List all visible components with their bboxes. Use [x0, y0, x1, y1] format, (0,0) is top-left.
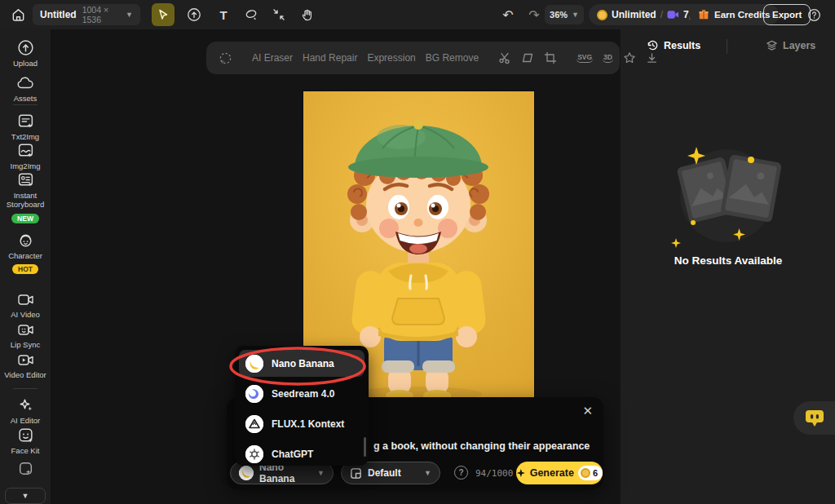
dropdown-item-seedream[interactable]: Seedream 4.0	[239, 380, 364, 407]
perspective-icon	[521, 51, 534, 64]
sidebar-divider	[13, 104, 38, 105]
feedback-chat-widget[interactable]	[793, 401, 835, 435]
tab-results-label: Results	[664, 40, 700, 51]
chat-bubble-icon	[804, 408, 825, 428]
aspect-ratio-icon	[350, 467, 362, 480]
sparkle-icon	[687, 147, 705, 165]
ai-eraser-button[interactable]: AI Eraser	[252, 52, 293, 64]
sparkle-icon	[733, 228, 745, 241]
tab-layers-label: Layers	[783, 40, 815, 51]
frame-plus-icon	[0, 460, 51, 477]
sidebar-item-img2img[interactable]: Img2Img	[0, 142, 51, 170]
favorite-button[interactable]	[623, 51, 636, 64]
sidebar-item-txt2img[interactable]: Txt2Img	[0, 113, 51, 141]
zoom-level-selector[interactable]: 36% ▼	[545, 5, 584, 24]
undo-button[interactable]: ↶	[499, 6, 517, 24]
sidebar-label: Video Editor	[0, 370, 51, 379]
cloud-icon	[0, 75, 51, 91]
select-tool-button[interactable]	[152, 3, 175, 26]
hand-tool-button[interactable]	[295, 3, 318, 26]
chevron-down-icon: ▼	[317, 469, 325, 477]
sparkle-icon	[671, 238, 681, 248]
redo-button[interactable]: ↷	[525, 6, 543, 24]
hand-repair-button[interactable]: Hand Repair	[303, 52, 357, 64]
photo-card	[720, 154, 782, 223]
prompt-help-button[interactable]: ?	[454, 466, 468, 480]
perspective-button[interactable]	[521, 51, 534, 64]
empty-state-message: No Results Available	[621, 254, 835, 267]
dropdown-scrollbar[interactable]	[364, 437, 366, 457]
video-credits-icon	[667, 10, 679, 20]
home-button[interactable]	[9, 6, 27, 24]
ai-video-icon	[0, 292, 51, 307]
sidebar-item-assets[interactable]: Assets	[0, 75, 51, 103]
3d-button[interactable]: 3D	[603, 53, 613, 63]
close-icon[interactable]: ✕	[582, 404, 593, 418]
layers-icon	[766, 39, 778, 51]
sidebar-item-upload[interactable]: Upload	[0, 39, 51, 68]
generate-label: Generate	[530, 467, 574, 479]
undo-icon: ↶	[502, 7, 513, 23]
banana-icon	[239, 466, 254, 480]
magic-select-button[interactable]: p	[219, 51, 232, 65]
sparkle-icon	[516, 468, 526, 478]
collapse-tool-button[interactable]	[267, 3, 290, 26]
dropdown-item-flux[interactable]: FLUX.1 Kontext	[239, 410, 364, 437]
project-selector[interactable]: Untitled 1004 × 1536 ▼	[33, 4, 140, 25]
txt2img-icon	[0, 113, 51, 130]
chevron-down-icon: ▼	[424, 469, 431, 477]
question-icon	[807, 8, 821, 22]
seedream-icon	[245, 385, 263, 403]
eraser-icon	[244, 7, 258, 22]
model-dropdown-menu: Nano Banana Seedream 4.0 FLUX.1 Kontext …	[235, 346, 369, 466]
project-name: Untitled	[40, 9, 77, 20]
sidebar-item-character[interactable]: Character HOT	[0, 232, 51, 275]
eraser-tool-button[interactable]	[240, 3, 263, 26]
tab-results[interactable]: Results	[647, 39, 700, 51]
crop-button[interactable]	[544, 51, 557, 64]
chevron-down-icon: ▼	[126, 11, 133, 19]
new-badge: NEW	[11, 214, 39, 223]
generate-cost-value: 6	[593, 468, 598, 478]
sidebar-item-ai-video[interactable]: AI Video	[0, 292, 51, 319]
storyboard-icon	[0, 171, 51, 188]
dropdown-item-chatgpt[interactable]: ChatGPT	[239, 440, 364, 466]
dropdown-item-label: ChatGPT	[272, 449, 313, 460]
coin-icon	[581, 468, 590, 478]
earn-credits-label: Earn Credits	[714, 10, 770, 20]
dropdown-item-nano-banana[interactable]: Nano Banana	[239, 350, 364, 377]
upload-tool-button[interactable]	[183, 3, 205, 26]
sidebar-label: Character	[0, 251, 51, 260]
expression-button[interactable]: Expression	[367, 52, 415, 64]
upload-icon	[0, 39, 51, 56]
sidebar-collapse-button[interactable]: ▼	[5, 488, 46, 504]
dropdown-item-label: Nano Banana	[272, 358, 334, 369]
cutout-button[interactable]	[498, 51, 511, 64]
help-button[interactable]	[806, 7, 822, 23]
export-button[interactable]: Export	[763, 4, 811, 25]
sidebar-item-instant-storyboard[interactable]: Instant Storyboard NEW	[0, 171, 51, 224]
image-placeholder-icon	[725, 159, 777, 218]
text-tool-button[interactable]: T	[212, 3, 235, 26]
generate-button[interactable]: Generate 6	[516, 462, 603, 484]
sidebar-item-lip-sync[interactable]: Lip Sync	[0, 322, 51, 349]
sidebar-label-line2: Storyboard	[0, 200, 51, 209]
canvas-floating-toolbar: p AI Eraser Hand Repair Expression BG Re…	[206, 42, 620, 74]
sparkles-icon	[0, 396, 51, 413]
sidebar-item-more[interactable]	[0, 460, 51, 477]
sidebar-item-face-kit[interactable]: Face Kit	[0, 427, 51, 455]
bg-remove-button[interactable]: BG Remove	[426, 52, 479, 64]
star-icon	[623, 51, 636, 64]
lip-sync-icon	[0, 322, 51, 338]
prompt-text[interactable]: g a book, without changing their appeara…	[373, 440, 592, 452]
download-icon	[646, 52, 658, 64]
svg-export-button[interactable]: SVG	[577, 53, 593, 63]
chatgpt-icon	[245, 445, 263, 463]
video-editor-icon	[0, 352, 51, 368]
download-button[interactable]	[646, 52, 658, 64]
sidebar-item-ai-editor[interactable]: AI Editor	[0, 396, 51, 425]
style-selector-value: Default	[368, 467, 418, 479]
sidebar-label: Img2Img	[0, 161, 51, 170]
tab-layers[interactable]: Layers	[766, 39, 815, 51]
sidebar-item-video-editor[interactable]: Video Editor	[0, 352, 51, 379]
